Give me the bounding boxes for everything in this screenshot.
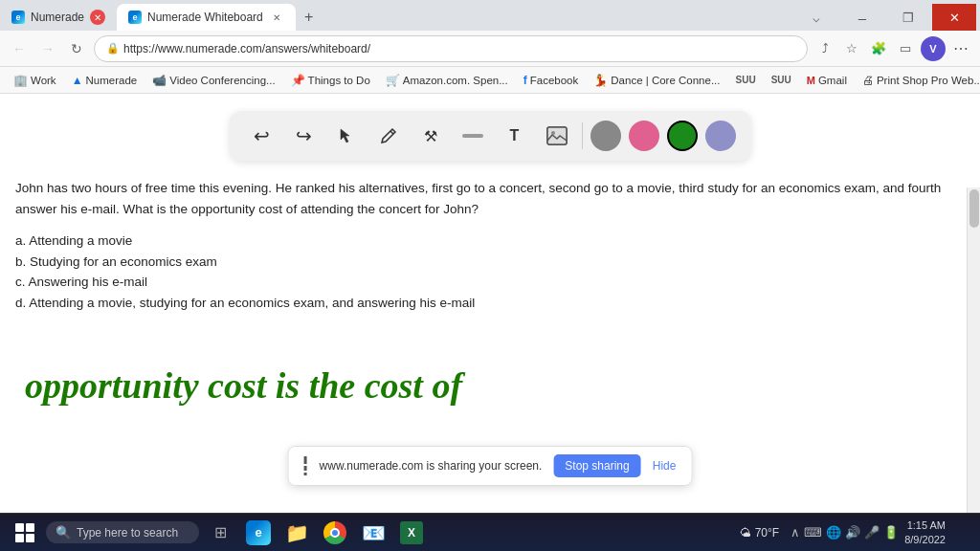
tab2-close[interactable]: ✕	[269, 10, 284, 25]
tab-numerade[interactable]: e Numerade ✕	[0, 4, 117, 31]
choice-d: d. Attending a movie, studying for an ec…	[15, 293, 965, 314]
share-button[interactable]: ⤴	[813, 37, 836, 60]
pen-icon	[380, 127, 397, 144]
color-gray[interactable]	[590, 121, 621, 151]
extensions-button[interactable]: 🧩	[867, 37, 890, 60]
keyboard-icon[interactable]: ⌨	[804, 525, 822, 540]
text-tool-button[interactable]: T	[498, 119, 532, 153]
tab1-icon: e	[11, 11, 25, 24]
printshop-icon: 🖨	[862, 74, 874, 87]
bookmark-numerade-label: Numerade	[86, 75, 138, 86]
address-bar: ← → ↻ 🔒 https://www.numerade.com/answers…	[0, 31, 980, 67]
bookmark-printshop-label: Print Shop Pro Web...	[877, 75, 980, 86]
image-tool-button[interactable]	[540, 119, 574, 153]
select-tool-button[interactable]	[329, 119, 364, 153]
color-pink[interactable]	[629, 121, 659, 151]
bookmark-work[interactable]: 🏢 Work	[8, 72, 62, 89]
refresh-button[interactable]: ↻	[65, 37, 88, 60]
battery-icon[interactable]: 🔋	[883, 525, 899, 540]
favorites-button[interactable]: ☆	[840, 37, 863, 60]
explorer-button[interactable]: 📁	[279, 516, 314, 550]
show-desktop-button[interactable]	[951, 516, 972, 550]
mail-button[interactable]: 📧	[356, 516, 390, 550]
clock-widget[interactable]: 1:15 AM 8/9/2022	[904, 518, 946, 546]
forward-button[interactable]: →	[36, 37, 59, 60]
system-tray: 🌤 70°F ∧ ⌨ 🌐 🔊 🎤 🔋 1:15 AM 8/9/2022	[734, 516, 972, 550]
tray-icons: ∧ ⌨ 🌐 🔊 🎤 🔋	[791, 525, 899, 540]
bookmark-printshop[interactable]: 🖨 Print Shop Pro Web...	[857, 72, 980, 89]
minimize-button[interactable]: –	[840, 4, 884, 31]
settings-button[interactable]: ⋯	[949, 37, 972, 60]
stop-sharing-button[interactable]: Stop sharing	[553, 454, 640, 477]
bookmark-things-to-do[interactable]: 📌 Things to Do	[285, 72, 376, 89]
choice-d-label: d.	[15, 296, 29, 310]
bookmark-video-conf[interactable]: 📹 Video Conferencing...	[146, 72, 280, 89]
up-arrow-icon[interactable]: ∧	[791, 525, 800, 540]
task-view-button[interactable]: ⊞	[203, 516, 237, 550]
taskbar-search[interactable]: 🔍 Type here to search	[46, 521, 199, 543]
weather-temp: 70°F	[755, 526, 779, 540]
redo-button[interactable]: ↪	[287, 119, 322, 153]
excel-icon: X	[400, 521, 423, 544]
new-tab-button[interactable]: +	[296, 4, 323, 31]
excel-button[interactable]: X	[394, 516, 429, 550]
tab-whiteboard[interactable]: e Numerade Whiteboard ✕	[117, 4, 296, 31]
scrollbar-thumb[interactable]	[969, 189, 979, 228]
choice-b-text: Studying for an economics exam	[30, 254, 217, 269]
suu1-icon: SUU	[736, 75, 756, 85]
svg-point-4	[551, 131, 555, 135]
choice-b-label: b.	[15, 254, 30, 269]
whiteboard-toolbar: ↩ ↪ ⚒ T	[230, 111, 751, 161]
color-purple[interactable]	[705, 121, 736, 151]
choice-c-label: c.	[15, 275, 29, 289]
taskbar-search-icon: 🔍	[56, 525, 71, 540]
tools-button[interactable]: ⚒	[413, 119, 448, 153]
tab2-icon: e	[128, 11, 142, 24]
undo-button[interactable]: ↩	[245, 119, 279, 153]
bookmark-suu1[interactable]: SUU	[730, 73, 762, 87]
bookmark-facebook[interactable]: f Facebook	[518, 72, 585, 89]
edge-taskbar-button[interactable]: e	[241, 516, 276, 550]
gmail-icon: M	[807, 75, 815, 86]
tab1-label: Numerade	[31, 11, 84, 24]
back-button[interactable]: ←	[8, 37, 31, 60]
facebook-icon: f	[523, 74, 527, 87]
address-actions: ⤴ ☆ 🧩 ▭ V ⋯	[813, 36, 972, 61]
url-text: https://www.numerade.com/answers/whitebo…	[123, 42, 370, 55]
eraser-button[interactable]	[456, 119, 490, 153]
microphone-icon[interactable]: 🎤	[864, 525, 880, 540]
address-input[interactable]: 🔒 https://www.numerade.com/answers/white…	[94, 35, 808, 62]
tab-strip: e Numerade ✕ e Numerade Whiteboard ✕ + ⌵…	[0, 0, 980, 31]
weather-icon: 🌤	[740, 526, 751, 540]
bookmark-suu2[interactable]: SUU	[766, 73, 797, 87]
sidebar-button[interactable]: ▭	[894, 37, 917, 60]
bookmark-numerade[interactable]: ▲ Numerade	[66, 72, 144, 89]
tab1-close[interactable]: ✕	[90, 10, 105, 25]
browser-content: ↩ ↪ ⚒ T	[0, 94, 980, 513]
bookmark-work-label: Work	[31, 75, 56, 86]
profile-avatar[interactable]: V	[921, 36, 946, 61]
handwriting-area: opportunity cost is the cost of	[0, 329, 980, 406]
hide-button[interactable]: Hide	[653, 459, 677, 473]
bar1	[304, 456, 307, 464]
browser-options-button[interactable]: ⌵	[794, 4, 838, 31]
network-icon[interactable]: 🌐	[826, 525, 841, 540]
edge-taskbar-icon: e	[246, 520, 271, 545]
pen-tool-button[interactable]	[371, 119, 406, 153]
choice-a-label: a.	[15, 233, 29, 248]
start-button[interactable]	[8, 516, 42, 550]
volume-icon[interactable]: 🔊	[845, 525, 860, 540]
video-conf-icon: 📹	[152, 74, 167, 87]
maximize-button[interactable]: ❐	[886, 4, 930, 31]
handwriting-svg: opportunity cost is the cost of	[15, 348, 551, 415]
task-view-icon: ⊞	[214, 523, 227, 541]
bookmark-amazon[interactable]: 🛒 Amazon.com. Spen...	[380, 72, 514, 89]
choice-a: a. Attending a movie	[15, 231, 965, 252]
close-button[interactable]: ✕	[932, 4, 976, 31]
things-icon: 📌	[291, 74, 305, 87]
color-green[interactable]	[667, 121, 698, 151]
bookmark-gmail[interactable]: M Gmail	[801, 73, 853, 88]
bookmark-dance[interactable]: 💃 Dance | Core Conne...	[588, 72, 725, 89]
explorer-icon: 📁	[285, 521, 309, 544]
chrome-button[interactable]	[318, 516, 352, 550]
